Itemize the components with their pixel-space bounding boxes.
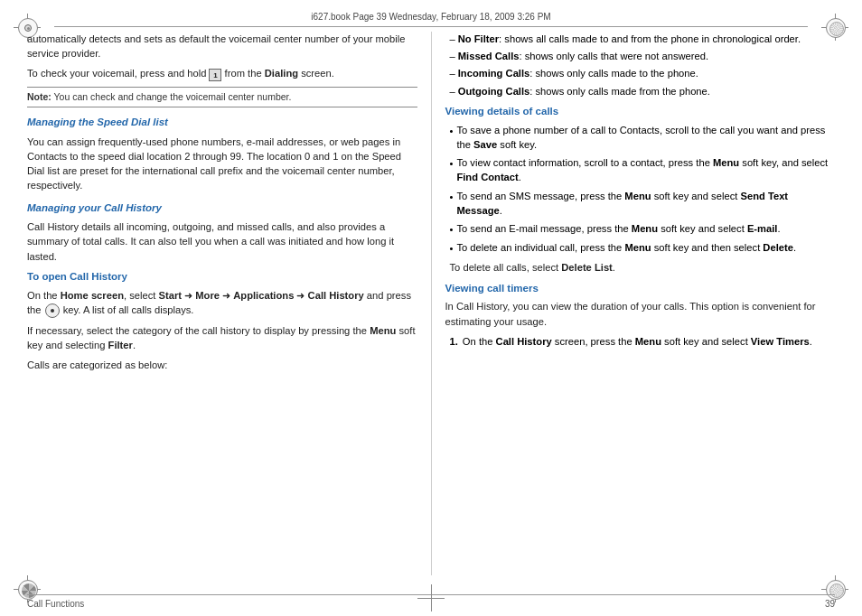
list-item: – Outgoing Calls: shows only calls made …	[450, 84, 836, 98]
to-open-heading: To open Call History	[27, 269, 417, 285]
dash-icon: –	[450, 32, 455, 46]
ok-button-icon	[45, 303, 60, 318]
viewing-details-list: • To save a phone number of a call to Co…	[445, 123, 836, 257]
bullet-dot: •	[450, 124, 454, 152]
speed-dial-text: You can assign frequently-used phone num…	[27, 135, 417, 193]
timers-intro: In Call History, you can view the durati…	[445, 299, 836, 328]
call-history-label: Call History	[308, 290, 364, 301]
to-open-paragraph1: On the Home screen, select Start ➜ More …	[27, 288, 417, 318]
voicemail-check-text: To check your voicemail, press and hold	[27, 68, 209, 79]
dash-icon: –	[450, 84, 455, 98]
intro-paragraph: automatically detects and sets as defaul…	[27, 32, 417, 61]
bullet-dot: •	[450, 190, 454, 218]
save-item: To save a phone number of a call to Cont…	[456, 123, 835, 152]
list-item: – Incoming Calls: shows only calls made …	[450, 66, 836, 80]
categorized-text: Calls are categorized as below:	[27, 358, 417, 372]
dash-icon: –	[450, 66, 455, 80]
delete-all-text: To delete all calls, select Delete List.	[445, 260, 836, 275]
viewing-timers-heading: Viewing call timers	[445, 281, 836, 296]
start-label: Start	[159, 290, 183, 301]
content-area: automatically detects and sets as defaul…	[27, 32, 835, 575]
dialing-label: Dialing	[265, 68, 298, 79]
footer-left: Call Functions	[27, 599, 84, 609]
no-filter-item: No Filter: shows all calls made to and f…	[458, 32, 835, 46]
outgoing-calls-item: Outgoing Calls: shows only calls made fr…	[458, 84, 835, 98]
home-screen-label: Home screen	[61, 290, 124, 301]
to-open-paragraph2: If necessary, select the category of the…	[27, 323, 417, 352]
viewing-details-heading: Viewing details of calls	[445, 104, 836, 119]
bottom-center-decoration	[417, 584, 445, 611]
note-box: Note: You can check and change the voice…	[27, 87, 417, 107]
right-column: – No Filter: shows all calls made to and…	[432, 32, 836, 575]
bullet-dot: •	[450, 222, 454, 237]
call-history-text: Call History details all incoming, outgo…	[27, 219, 417, 264]
voicemail-check-from: from the	[225, 68, 265, 79]
page-container: i627.book Page 39 Wednesday, February 18…	[0, 0, 862, 616]
list-item: – Missed Calls: shows only calls that we…	[450, 49, 836, 63]
delete-item: To delete an individual call, press the …	[456, 240, 835, 256]
call-history-heading: Managing your Call History	[27, 201, 417, 216]
delete-list-label: Delete List	[561, 262, 613, 273]
note-label: Note:	[27, 91, 52, 102]
timers-steps: 1. On the Call History screen, press the…	[445, 334, 836, 349]
left-column: automatically detects and sets as defaul…	[27, 32, 432, 575]
filter-categories-list: – No Filter: shows all calls made to and…	[445, 32, 836, 98]
dash-icon: –	[450, 49, 455, 63]
note-text: You can check and change the voicemail c…	[54, 91, 292, 102]
filter-label: Filter	[108, 340, 133, 350]
speed-dial-heading: Managing the Speed Dial list	[27, 115, 417, 130]
voicemail-key-icon: 1	[209, 69, 221, 81]
list-item: • To delete an individual call, press th…	[450, 240, 836, 256]
page-header: i627.book Page 39 Wednesday, February 18…	[54, 7, 808, 27]
footer-right: 39	[825, 599, 835, 609]
list-item: • To send an E-mail message, press the M…	[450, 221, 836, 237]
step-number: 1.	[450, 334, 458, 349]
applications-label: Applications	[233, 290, 294, 301]
intro-text: automatically detects and sets as defaul…	[27, 33, 406, 59]
bullet-dot: •	[450, 156, 454, 184]
header-text: i627.book Page 39 Wednesday, February 18…	[311, 12, 550, 22]
email-item: To send an E-mail message, press the Men…	[456, 221, 835, 237]
step-item: 1. On the Call History screen, press the…	[450, 334, 836, 349]
sms-item: To send an SMS message, press the Menu s…	[456, 189, 835, 218]
list-item: – No Filter: shows all calls made to and…	[450, 32, 836, 46]
more-label: More	[195, 290, 220, 301]
voicemail-check-paragraph: To check your voicemail, press and hold …	[27, 66, 417, 80]
list-item: • To send an SMS message, press the Menu…	[450, 189, 836, 218]
bullet-dot: •	[450, 241, 454, 256]
menu-label: Menu	[370, 325, 396, 336]
list-item: • To save a phone number of a call to Co…	[450, 123, 836, 152]
step-text: On the Call History screen, press the Me…	[463, 334, 812, 349]
find-contact-item: To view contact information, scroll to a…	[456, 155, 835, 184]
incoming-calls-item: Incoming Calls: shows only calls made to…	[458, 66, 835, 80]
missed-calls-item: Missed Calls: shows only calls that were…	[458, 49, 835, 63]
list-item: • To view contact information, scroll to…	[450, 155, 836, 184]
